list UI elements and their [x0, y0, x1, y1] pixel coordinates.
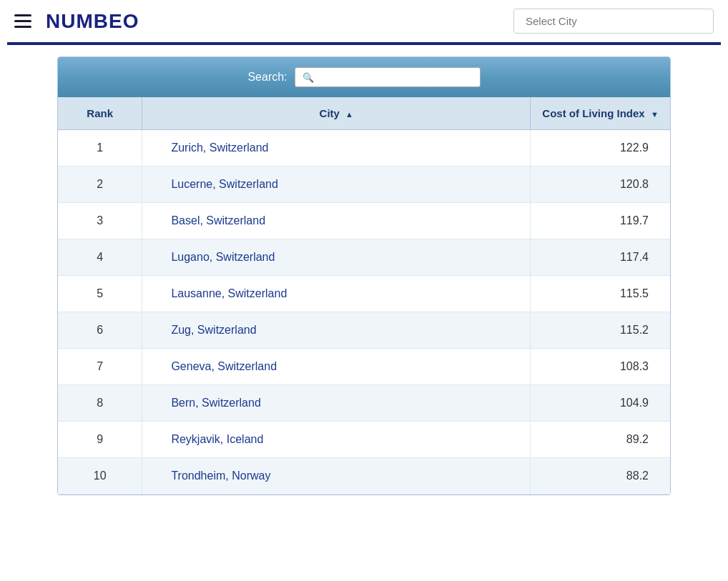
- cell-rank: 7: [58, 349, 142, 385]
- city-select-input[interactable]: [513, 9, 714, 34]
- column-city[interactable]: City ▲: [142, 97, 531, 130]
- site-logo: NUMBEO: [46, 10, 139, 33]
- table-container: Search: 🔍 Rank City ▲ Cost of Liv: [57, 56, 671, 495]
- cell-cost: 115.2: [531, 312, 670, 349]
- cost-sort-arrow: ▼: [651, 110, 659, 119]
- table-row: 1Zurich, Switzerland122.9: [58, 130, 670, 167]
- cell-city[interactable]: Lucerne, Switzerland: [142, 167, 531, 203]
- table-header-row: Rank City ▲ Cost of Living Index ▼: [58, 97, 670, 130]
- cell-rank: 3: [58, 203, 142, 239]
- cell-cost: 108.3: [531, 349, 670, 385]
- table-body: 1Zurich, Switzerland122.92Lucerne, Switz…: [58, 130, 670, 495]
- table-row: 8Bern, Switzerland104.9: [58, 385, 670, 422]
- column-rank[interactable]: Rank: [58, 97, 142, 130]
- data-table: Rank City ▲ Cost of Living Index ▼ 1Zuri…: [58, 97, 670, 495]
- search-label: Search:: [247, 71, 287, 84]
- cell-cost: 122.9: [531, 130, 670, 167]
- cell-cost: 104.9: [531, 385, 670, 422]
- search-bar: Search: 🔍: [58, 57, 670, 97]
- table-row: 2Lucerne, Switzerland120.8: [58, 167, 670, 203]
- cell-city[interactable]: Zurich, Switzerland: [142, 130, 531, 167]
- table-row: 9Reykjavik, Iceland89.2: [58, 422, 670, 458]
- table-row: 10Trondheim, Norway88.2: [58, 458, 670, 495]
- cell-rank: 10: [58, 458, 142, 495]
- cell-city[interactable]: Trondheim, Norway: [142, 458, 531, 495]
- table-header: Rank City ▲ Cost of Living Index ▼: [58, 97, 670, 130]
- table-row: 6Zug, Switzerland115.2: [58, 312, 670, 349]
- search-input[interactable]: [318, 71, 473, 83]
- cell-cost: 120.8: [531, 167, 670, 203]
- cell-cost: 119.7: [531, 203, 670, 239]
- cell-city[interactable]: Lugano, Switzerland: [142, 239, 531, 276]
- main-content: Search: 🔍 Rank City ▲ Cost of Liv: [0, 45, 728, 507]
- cell-rank: 4: [58, 239, 142, 276]
- search-icon: 🔍: [302, 72, 314, 83]
- cell-cost: 89.2: [531, 422, 670, 458]
- header: NUMBEO: [0, 0, 728, 42]
- cell-city[interactable]: Geneva, Switzerland: [142, 349, 531, 385]
- cell-city[interactable]: Reykjavik, Iceland: [142, 422, 531, 458]
- table-row: 3Basel, Switzerland119.7: [58, 203, 670, 239]
- table-row: 7Geneva, Switzerland108.3: [58, 349, 670, 385]
- table-row: 5Lausanne, Switzerland115.5: [58, 276, 670, 312]
- cell-rank: 9: [58, 422, 142, 458]
- column-cost[interactable]: Cost of Living Index ▼: [531, 97, 670, 130]
- table-row: 4Lugano, Switzerland117.4: [58, 239, 670, 276]
- cell-rank: 8: [58, 385, 142, 422]
- cell-cost: 88.2: [531, 458, 670, 495]
- cell-cost: 115.5: [531, 276, 670, 312]
- cell-city[interactable]: Bern, Switzerland: [142, 385, 531, 422]
- cell-city[interactable]: Basel, Switzerland: [142, 203, 531, 239]
- cell-rank: 1: [58, 130, 142, 167]
- cell-cost: 117.4: [531, 239, 670, 276]
- cell-city[interactable]: Lausanne, Switzerland: [142, 276, 531, 312]
- hamburger-menu-button[interactable]: [14, 14, 31, 28]
- cell-rank: 2: [58, 167, 142, 203]
- cell-rank: 6: [58, 312, 142, 349]
- cell-rank: 5: [58, 276, 142, 312]
- search-input-wrapper: 🔍: [295, 67, 481, 87]
- cell-city[interactable]: Zug, Switzerland: [142, 312, 531, 349]
- city-sort-arrow: ▲: [345, 110, 353, 119]
